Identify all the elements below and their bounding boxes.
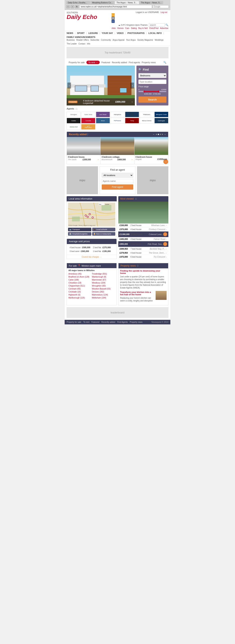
nav-news[interactable]: NEWS [67,32,73,34]
nav-jobs[interactable]: Jobs [112,27,116,29]
featured-tab[interactable]: Featured [101,61,110,64]
agent-trinity[interactable]: Trinity [125,118,139,124]
agents-info-icon[interactable]: ⓘ [76,108,77,110]
agent-connells[interactable]: Connells [81,118,95,124]
town-westbury[interactable]: Westbury (164) [92,282,115,284]
email-icon[interactable]: ✉ [112,16,115,20]
nav-photographs[interactable]: PHOTOGRAPHS [127,32,145,34]
subnav-subscribe[interactable]: Subscribe [90,39,99,41]
agent-andrew-golf[interactable]: Andrew Golf [67,124,81,130]
agent-for-sale[interactable]: ▲▼FOR SALE [81,124,95,130]
footer-featured[interactable]: Featured [91,321,99,323]
browser-tab-2[interactable]: Morphing Buttons Concept | D... [91,1,115,4]
town-wroughton[interactable]: Wroughton (60) [92,284,115,287]
town-devizes[interactable]: Devizes (282) [92,290,115,293]
featured-prev-button[interactable]: ‹ [67,82,71,88]
subnav-your-argus[interactable]: Your Argus [126,39,136,41]
town-trowbridge[interactable]: Trowbridge (501) [92,272,115,275]
recently-item-2[interactable]: 4 bedroom cottage. Bournemouth £669,500 … [101,137,134,164]
footer-property-news[interactable]: Property news [130,321,142,323]
nav-cars[interactable]: Cars [125,27,129,29]
mv-item-3[interactable]: £445,000 4 bed house Falmer Road → [118,237,168,241]
mv-item-7[interactable]: £475,000 6 bed house Fry Crescent → [118,255,168,259]
nav-local-info[interactable]: LOCAL INFO [148,32,162,34]
recently-added-tab[interactable]: Recently added [112,61,127,64]
rss-icon[interactable]: RSS [112,13,115,16]
town-bradford[interactable]: Bradford-on-Avon (128) [68,276,92,278]
nav-video[interactable]: VIDEO [117,32,123,34]
refresh-button[interactable]: ↻ [75,5,79,8]
header-search-input[interactable] [149,23,165,27]
town-malmesbury[interactable]: Malmesbury (134) [92,294,115,296]
mv-item-6[interactable]: £279,950 4 bed house The Grove, Dent... … [118,251,168,255]
most-viewed-image-container[interactable] [118,202,168,224]
property-news-tab[interactable]: Property news [142,61,156,64]
location-input[interactable] [138,80,166,84]
article-2-title[interactable]: Transform your kitchen into a hot hub of… [120,291,154,296]
town-marlborough[interactable]: Marlborough (125) [68,296,92,299]
subnav-weddings[interactable]: Weddings [155,39,163,41]
nav-advertise[interactable]: Advertise [160,27,168,29]
browser-tab-3[interactable]: The Argus – News, Sport... [115,1,139,4]
header-search-button[interactable]: 🔍 [165,24,168,26]
town-highworth[interactable]: Highworth (6) [68,294,92,296]
facebook-icon[interactable]: f [112,20,115,23]
featured-next-button[interactable]: › [130,82,134,88]
logo[interactable]: SOUTHERN Daily Echo [67,11,97,20]
nav-buy-sell[interactable]: Buy & Sell [138,27,147,29]
mv-item-5[interactable]: £699,950 7 bed house Benfield Way, P... … [118,247,168,251]
town-cricklade[interactable]: Cricklade (16) [68,290,92,293]
find-agent-button[interactable]: Find agent [102,184,133,190]
town-amesbury[interactable]: Amesbury (45) [68,272,92,275]
agent-billingham[interactable]: Billingham Cooke [154,112,168,117]
mv-item-1[interactable]: £375,000 4 bed house Cissbury Crescent → [118,228,168,232]
town-melksham[interactable]: Melksham (184) [92,296,115,299]
subnav-society[interactable]: Society Magazine [137,39,153,41]
recently-prev-button[interactable]: ← [153,133,155,136]
nav-your-say[interactable]: YOUR SAY [102,32,113,34]
nav-sport[interactable]: SPORT [77,32,85,34]
browser-tab-1[interactable]: Daily Echo | Southampton... [66,1,90,4]
town-chiseldon[interactable]: Chiseldon (19) [68,282,92,284]
agent-hamptons[interactable]: Hamptons [111,112,124,117]
mv-item-0[interactable]: £150,000 2 bed house Wineham Lane, → [118,224,168,228]
for-sale-tab[interactable]: Property for sale [69,61,85,64]
agent-caxtongate[interactable]: Caxtongate [154,118,168,124]
agent-arrington[interactable]: Arrington [67,112,81,117]
price-range-slider[interactable] [138,91,166,92]
subnav-info[interactable]: Info [87,43,90,45]
footer-for-sale[interactable]: Property for sale [67,321,81,323]
nav-family[interactable]: FAMILY ANNOUNCEMENTS [67,36,95,38]
subnav-argus-appeal[interactable]: Argus Appeal [113,39,124,41]
agent-lee-shaw[interactable]: Lee Shaw [96,112,110,117]
browser-search-input[interactable] [153,5,169,8]
subnav-business[interactable]: Business [67,39,75,41]
footer-find-agents[interactable]: Find Agents [117,321,128,323]
recently-item-3[interactable]: 4 bedroom house Reigate £1650ppm → [134,137,168,164]
hospitals-button[interactable]: 🏥 Hospitals/surgeries [68,232,91,236]
subnav-contact[interactable]: Contact [78,43,85,45]
search-button[interactable]: Search [138,96,166,103]
article-1-title[interactable]: Finding the upside to downsizing your ho… [120,270,167,274]
back-button[interactable]: ‹ [66,5,70,8]
mv-item-2[interactable]: £3,000,000 10 bed house Colwood Lane... … [118,232,168,237]
property-search-icon[interactable]: 🔍 [163,61,166,64]
bedrooms-select[interactable]: Bedrooms 12345+ [138,73,166,78]
town-chippenham[interactable]: Chippenham (511) [68,284,92,287]
subnav-reader-offers[interactable]: Reader Offers [76,39,89,41]
forward-button[interactable]: › [71,5,74,8]
subnav-leader[interactable]: The Leader [67,43,77,45]
local-area-map[interactable]: Map Satellite ©2014 Google | Terms | Rep… [68,202,115,226]
bars-button[interactable]: 🍺 Bars & restaurants [92,232,116,236]
agent-movel[interactable]: Movel [96,118,110,124]
agent-hicks-hadley[interactable]: hickshadley [125,112,139,117]
nav-leisure[interactable]: LEISURE [88,32,98,34]
featured-property-arrow[interactable]: → [131,100,133,103]
subnav-community[interactable]: Community [101,39,111,41]
transport-button[interactable]: 🚌 Transport [68,228,91,231]
council-tax-link[interactable]: Council tax charges → [67,255,117,259]
town-wootton[interactable]: Wootton Bassett (53) [92,288,115,290]
agent-carter-jonas[interactable]: Carter Jonas [81,112,95,117]
find-agent-name-input[interactable] [102,179,133,183]
find-agent-location-select[interactable]: All locations [102,173,133,178]
